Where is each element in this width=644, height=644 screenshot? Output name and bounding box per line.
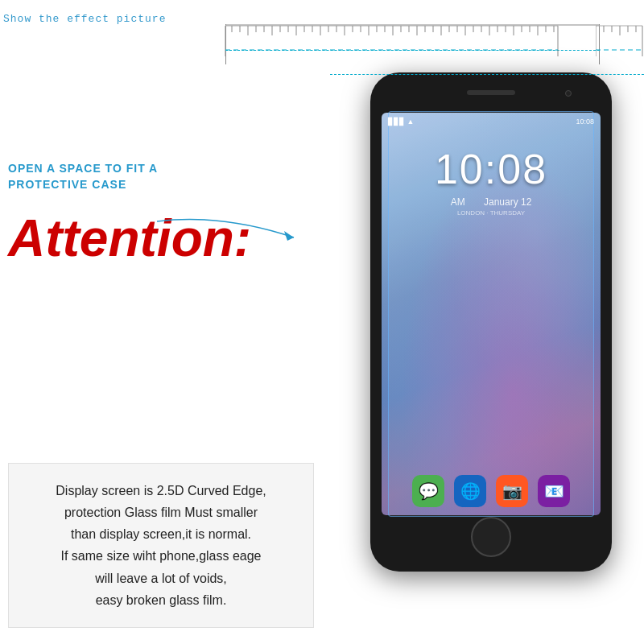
app-icon-messages: 💬	[412, 475, 444, 507]
phone-container: ▊▊▊ ▲ 10:08 10:08 AM January 12 LONDON ·…	[354, 24, 628, 604]
am-label: AM	[451, 196, 465, 208]
protective-case-text: OPEN A SPACE TO FIT A PROTECTIVE CASE	[8, 162, 158, 191]
date-display: January 12	[484, 196, 531, 208]
phone-earpiece	[467, 90, 515, 95]
svg-marker-55	[284, 231, 294, 241]
arrow-indicator	[157, 205, 318, 262]
signal-icon: ▊▊▊ ▲	[388, 118, 414, 126]
phone-home-button	[471, 517, 511, 557]
description-text: Display screen is 2.5D Curved Edge, prot…	[25, 480, 297, 611]
protective-case-label: OPEN A SPACE TO FIT A PROTECTIVE CASE	[8, 161, 314, 192]
status-bar: ▊▊▊ ▲ 10:08	[382, 113, 601, 130]
phone-camera-dot	[565, 90, 572, 97]
app-icon-email: 📧	[538, 475, 570, 507]
show-effect-label: Show the effect picture	[3, 13, 166, 25]
app-icons-row: 💬 🌐 📷 📧	[382, 475, 601, 507]
app-icon-browser: 🌐	[454, 475, 486, 507]
measure-line-top	[330, 74, 644, 75]
location-label: LONDON · THURSDAY	[382, 209, 601, 217]
lock-screen-time: 10:08 AM January 12 LONDON · THURSDAY	[382, 145, 601, 217]
description-box: Display screen is 2.5D Curved Edge, prot…	[8, 463, 314, 628]
time-display: 10:08	[435, 145, 547, 193]
app-icon-camera: 📷	[496, 475, 528, 507]
phone-body: ▊▊▊ ▲ 10:08 10:08 AM January 12 LONDON ·…	[370, 72, 612, 572]
status-time: 10:08	[576, 118, 594, 126]
